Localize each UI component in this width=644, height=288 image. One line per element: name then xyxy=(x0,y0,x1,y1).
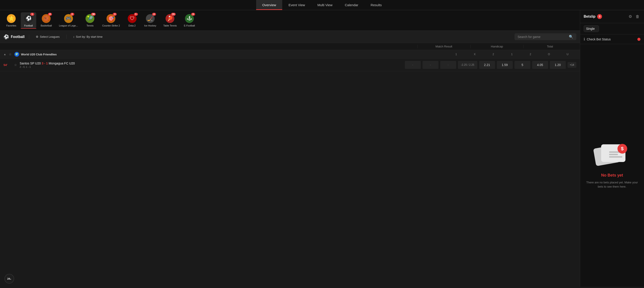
col-h-1: 1 xyxy=(447,53,465,56)
league-name: World U20 Club Friendlies xyxy=(21,53,57,56)
odds-1-button[interactable]: - xyxy=(405,61,421,69)
th-match-result: Match Result xyxy=(417,45,470,48)
sport-football[interactable]: ⚽ 1 Football xyxy=(21,12,36,28)
football-icon-wrapper: ⚽ 1 xyxy=(24,14,33,23)
handicap-label: -2.25 / 2.25 xyxy=(458,61,477,69)
basketball-badge: 8 xyxy=(48,13,52,16)
nav-event-view[interactable]: Event View xyxy=(282,0,311,10)
section-title-text: Football xyxy=(11,35,24,39)
total-value-button[interactable]: 5 xyxy=(514,61,530,69)
efootball-icon-wrapper: 🕹 6 xyxy=(184,14,194,23)
match-row: 54' ☆ Santos SP U20 3 - 1 Mongagua FC U2… xyxy=(0,59,580,71)
sport-cs2[interactable]: 🎯 3 Counter-Strike 2 xyxy=(100,12,122,28)
no-bets-title: No Bets yet xyxy=(601,173,623,178)
nav-overview[interactable]: Overview xyxy=(256,0,282,10)
betslip-type-row: Single Combo System xyxy=(580,23,644,34)
col-h-u: U xyxy=(559,53,576,56)
bet-line-2 xyxy=(609,154,618,155)
betslip-title-group: Betslip 0 xyxy=(584,14,602,19)
match-time: 54' xyxy=(4,63,12,67)
divider-1 xyxy=(29,35,29,39)
betslip-actions: ⚙ 🗑 xyxy=(628,13,640,20)
total-o-button[interactable]: 4.05 xyxy=(532,61,548,69)
lol-icon-wrapper: 🎮 2 xyxy=(64,14,73,23)
betslip-type-select[interactable]: Single Combo System xyxy=(584,25,599,32)
support-label: 24₊ xyxy=(7,278,11,280)
col-h-h1: 1 xyxy=(503,53,521,56)
settings-icon[interactable]: ⚙ xyxy=(628,13,633,20)
bet-line-3 xyxy=(609,156,622,157)
football-label: Football xyxy=(24,24,33,27)
tennis-icon-wrapper: 🎾 38 xyxy=(85,14,95,23)
search-icon: 🔍 xyxy=(569,35,573,39)
table-tennis-icon-wrapper: 🏓 31 xyxy=(165,14,175,23)
check-bet-status-label: Check Bet Status xyxy=(587,37,611,41)
section-title: ⚽ Football xyxy=(4,34,24,39)
team1-name: Santos SP U20 xyxy=(20,62,41,65)
support-button[interactable]: 24₊ xyxy=(4,274,14,284)
ice-hockey-badge: 4 xyxy=(152,13,156,16)
sport-league-of-legends[interactable]: 🎮 2 League of Lege... xyxy=(56,12,81,28)
sport-table-tennis[interactable]: 🏓 31 Table Tennis xyxy=(161,12,180,28)
team-names: Santos SP U20 3 - 1 Mongagua FC U20 xyxy=(20,62,403,65)
sort-icon: ↕ xyxy=(73,35,75,38)
ice-hockey-label: Ice Hockey xyxy=(144,24,156,27)
table-tennis-label: Table Tennis xyxy=(163,24,177,27)
search-input[interactable] xyxy=(518,35,567,39)
filter-icon: ⚙ xyxy=(36,35,38,38)
betslip-count: 0 xyxy=(597,14,602,19)
table-tennis-badge: 31 xyxy=(171,13,176,16)
cs2-label: Counter-Strike 2 xyxy=(102,24,120,27)
match-partial-score: 2 - 0, 1 - 1 xyxy=(20,66,403,68)
sport-ice-hockey[interactable]: 🏒 4 Ice Hockey xyxy=(142,12,159,28)
favorites-icon-wrapper: ⭐ xyxy=(6,14,16,23)
info-icon: ℹ xyxy=(584,37,585,41)
status-dot xyxy=(637,38,640,41)
nav-results[interactable]: Results xyxy=(364,0,388,10)
th-handicap: Handicap xyxy=(470,45,523,48)
tennis-label: Tennis xyxy=(87,24,94,27)
total-u-button[interactable]: 1.20 xyxy=(550,61,566,69)
nav-calendar[interactable]: Calendar xyxy=(338,0,364,10)
sort-by-button[interactable]: ↕ Sort by: By start time xyxy=(71,34,105,39)
league-chevron-icon[interactable]: ▲ xyxy=(4,53,6,56)
th-total: Total xyxy=(523,45,576,48)
trash-icon[interactable]: 🗑 xyxy=(635,13,640,20)
cs2-badge: 3 xyxy=(113,13,117,16)
sport-tennis[interactable]: 🎾 38 Tennis xyxy=(82,12,98,28)
betslip-header: Betslip 0 ⚙ 🗑 xyxy=(580,10,644,23)
basketball-icon-wrapper: 🏀 8 xyxy=(41,14,51,23)
sport-basketball[interactable]: 🏀 8 Basketball xyxy=(38,12,54,28)
handicap-2-button[interactable]: 1.59 xyxy=(497,61,513,69)
odds-2-button[interactable]: - xyxy=(440,61,456,69)
sort-label: Sort by: By start time xyxy=(76,35,102,38)
table-header: Match Result Handicap Total xyxy=(0,43,580,50)
match-star-icon[interactable]: ☆ xyxy=(14,63,17,67)
sport-efootball[interactable]: 🕹 6 E-Football xyxy=(181,12,198,28)
betslip-panel: Betslip 0 ⚙ 🗑 Single Combo System ℹ Chec… xyxy=(580,10,644,287)
check-bet-status-button[interactable]: ℹ Check Bet Status xyxy=(580,34,644,44)
left-content: ⭐ Favorites ⚽ 1 Football 🏀 8 Basketball xyxy=(0,10,580,287)
dota2-badge: 1 xyxy=(134,13,138,16)
more-markets-button[interactable]: +14 xyxy=(568,62,576,68)
section-header: ⚽ Football ⚙ Select Leagues ↕ Sort by: B… xyxy=(0,31,580,43)
search-box: 🔍 xyxy=(514,33,576,40)
handicap-1-button[interactable]: 2.21 xyxy=(479,61,495,69)
basketball-label: Basketball xyxy=(41,24,52,27)
favorites-label: Favorites xyxy=(6,24,16,27)
select-leagues-button[interactable]: ⚙ Select Leagues xyxy=(34,34,62,39)
bet-dollar-icon: $ xyxy=(618,144,627,153)
football-badge: 1 xyxy=(30,13,34,16)
col-h-x: X xyxy=(466,53,484,56)
no-bets-desc: There are no bets placed yet. Make your … xyxy=(586,180,639,189)
select-leagues-label: Select Leagues xyxy=(40,35,60,38)
nav-multi-view[interactable]: Multi View xyxy=(311,0,338,10)
football-section-icon: ⚽ xyxy=(4,34,9,39)
league-star-icon[interactable]: ☆ xyxy=(9,52,12,56)
main-layout: ⭐ Favorites ⚽ 1 Football 🏀 8 Basketball xyxy=(0,10,644,287)
sport-dota2[interactable]: 🛡 1 Dota 2 xyxy=(124,12,140,28)
lol-label: League of Lege... xyxy=(59,24,78,27)
match-teams: Santos SP U20 3 - 1 Mongagua FC U20 2 - … xyxy=(20,62,403,68)
odds-x-button[interactable]: - xyxy=(422,61,438,69)
sport-favorites[interactable]: ⭐ Favorites xyxy=(4,12,19,28)
